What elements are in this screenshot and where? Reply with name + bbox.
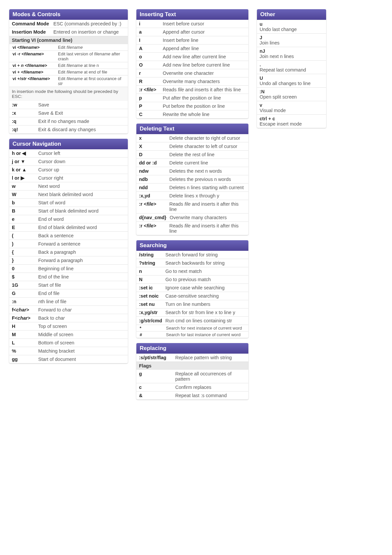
command-description: Deletes the next n words — [169, 168, 246, 174]
command-description: Entered on insertion or change — [53, 29, 125, 35]
command-key: O — [139, 62, 163, 68]
command-key: :q — [12, 119, 38, 124]
command-key: :x,yg/str — [139, 310, 165, 315]
command-description: Edit filename — [58, 45, 125, 50]
command-key: o — [139, 54, 163, 59]
command-key: 0 — [12, 266, 38, 271]
command-key: vi -r <filename> — [13, 51, 58, 56]
command-key: J — [260, 35, 323, 40]
command-description: Overwrite one character — [163, 71, 246, 76]
command-key: l or ▶ — [12, 175, 38, 181]
table-row: LBottom of screen — [9, 338, 128, 347]
table-row: )Forward a sentence — [9, 240, 128, 248]
command-description: Case-sensitive searching — [165, 293, 246, 299]
command-key: :n — [12, 299, 38, 304]
command-description: Add new line before current line — [163, 62, 246, 68]
command-key: & — [139, 393, 175, 398]
command-description: Cursor down — [38, 159, 125, 164]
command-description: Add new line after current line — [163, 54, 246, 59]
command-key: A — [139, 46, 163, 51]
command-description: Delete character to left of cursor — [169, 144, 246, 149]
command-key: M — [12, 332, 38, 337]
command-key: ndw — [139, 168, 169, 174]
table-row: cConfirm replaces — [136, 383, 248, 391]
command-description: Run cmd on lines containing str — [165, 318, 246, 323]
command-key: u — [260, 21, 323, 27]
command-key: G — [12, 291, 38, 296]
column-2: Inserting Text iInsert before cursoraApp… — [136, 9, 248, 405]
table-row: ctrl + cEscape insert mode — [257, 114, 326, 128]
table-row: gReplace all occurrences of pattern — [136, 370, 248, 383]
command-description: Top of screen — [38, 324, 125, 329]
command-description: Reads file and inserts it after this lin… — [169, 223, 246, 234]
card-header: Deleting Text — [136, 124, 248, 134]
table-row: d{nav_cmd}Overwrite many characters — [136, 213, 248, 221]
command-description: Put after the position or line — [163, 95, 246, 101]
table-row: *Search for next instance of current wor… — [136, 325, 248, 331]
table-row: :x,yg/strSearch for str from line x to l… — [136, 308, 248, 316]
command-description: Undo last change — [260, 27, 323, 32]
command-description: Exit if no changes made — [38, 119, 125, 124]
table-row: #Search for last instance of current wor… — [136, 331, 248, 338]
command-description: Insert before cursor — [163, 21, 246, 26]
command-description: nth line of file — [38, 299, 125, 304]
command-description: Insert before line — [163, 38, 246, 43]
table-row: BStart of blank delimited word — [9, 207, 128, 215]
command-description: Deletes the previous n words — [169, 177, 246, 182]
command-description: Back a sentence — [38, 233, 125, 238]
card-header: Modes & Controls — [9, 9, 128, 20]
table-row: h or ◀Cursor left — [9, 149, 128, 157]
table-row: :x,ydDelete lines x through y — [136, 191, 248, 200]
table-row: l or ▶Cursor right — [9, 174, 128, 182]
command-key: ?string — [139, 260, 165, 266]
table-row: OAdd new line before current line — [136, 61, 248, 69]
command-key: :g/str/cmd — [139, 318, 165, 323]
command-description: Next word — [38, 184, 125, 189]
command-description: Go to previous match — [165, 277, 246, 282]
command-key: $ — [12, 274, 38, 279]
table-row: JJoin lines — [257, 33, 326, 47]
table-row: dd or :dDelete current line — [136, 159, 248, 167]
command-key: r — [139, 71, 163, 76]
table-row: }Forward a paragraph — [9, 256, 128, 264]
command-key: x — [139, 135, 169, 141]
command-key: gg — [12, 357, 38, 362]
command-description: Escape insert mode — [260, 121, 323, 127]
command-key: ndb — [139, 177, 169, 182]
command-key: H — [12, 324, 38, 329]
command-key: :r <file> — [139, 201, 169, 207]
command-description: Exit & discard any changes — [38, 127, 125, 132]
command-key: % — [12, 348, 38, 354]
table-row: vi + n <filename>Edit filename at line n — [9, 62, 128, 69]
command-key: Insertion Mode — [12, 29, 53, 35]
command-description: Edit last version of filename after cras… — [58, 51, 125, 61]
command-description: Next blank delimited word — [38, 192, 125, 197]
command-key: j or ▼ — [12, 159, 38, 164]
column-1: Modes & Controls Command ModeESC (comman… — [9, 9, 128, 368]
table-row: :r <file>Reads file and inserts it after… — [136, 221, 248, 235]
command-key: L — [12, 340, 38, 345]
command-key: ) — [12, 241, 38, 247]
table-row: $End of the line — [9, 273, 128, 281]
table-row: nddDeletes n lines starting with current — [136, 183, 248, 191]
command-description: Search backwards for string — [165, 260, 246, 266]
table-row: vVisual mode — [257, 101, 326, 114]
table-row: k or ▲Cursor up — [9, 165, 128, 174]
table-row: UUndo all changes to line — [257, 74, 326, 87]
command-description: Join next n lines — [260, 54, 323, 59]
command-description: Go to next match — [165, 269, 246, 274]
table-row: eEnd of word — [9, 215, 128, 223]
command-key: Command Mode — [12, 21, 53, 26]
command-description: Beginning of line — [38, 266, 125, 271]
command-key: :x — [12, 110, 38, 116]
table-row: &Repeat last :s command — [136, 391, 248, 399]
command-key: ctrl + c — [260, 116, 323, 121]
table-row: GEnd of file — [9, 289, 128, 297]
command-key: dd or :d — [139, 160, 169, 165]
command-key: :set nu — [139, 302, 165, 307]
table-row: rOverwrite one character — [136, 69, 248, 77]
command-key: :set noic — [139, 293, 165, 299]
command-key: i — [139, 21, 163, 26]
command-description: Search for next instance of current word — [166, 326, 245, 331]
command-description: Delete the rest of line — [169, 152, 246, 157]
